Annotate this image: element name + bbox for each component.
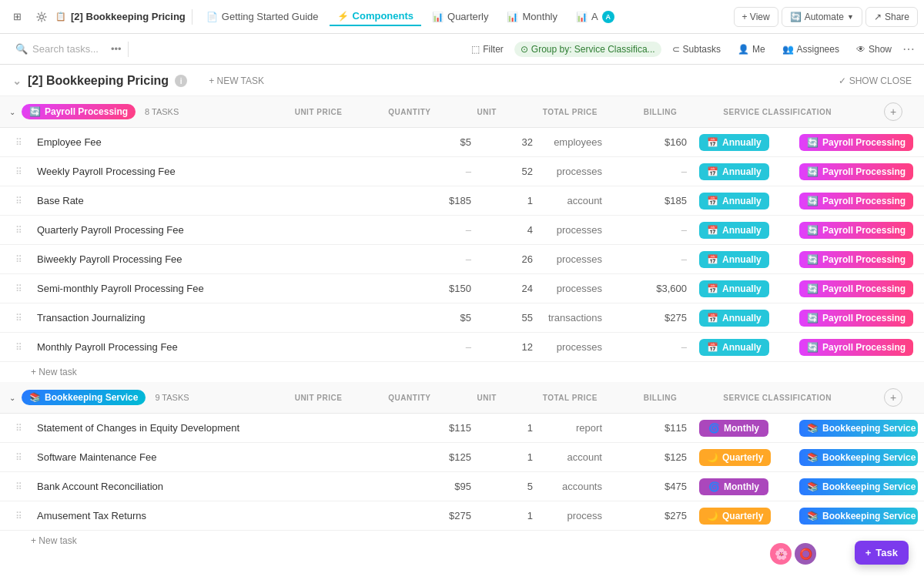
billing-icon: 📅: [707, 342, 718, 353]
svc-badge[interactable]: 🔄 Payroll Processing: [799, 251, 913, 268]
billing-badge[interactable]: 🌀 Monthly: [699, 478, 768, 495]
table-row[interactable]: ⠿ Monthly Payroll Processing Fee – 12 pr…: [0, 333, 924, 362]
table-row[interactable]: ⠿ Semi-monthly Payroll Processing Fee $1…: [0, 274, 924, 303]
table-container: ⌄ 🔄 Payroll Processing 8 TASKS UNIT PRIC…: [0, 96, 924, 575]
payroll-collapse-icon[interactable]: ⌄: [9, 108, 15, 116]
row-unit: accounts: [539, 478, 608, 495]
table-row[interactable]: ⠿ Quarterly Payroll Processing Fee – 4 p…: [0, 216, 924, 245]
share-button[interactable]: ↗ Share: [865, 7, 918, 27]
row-unit-price: $5: [400, 309, 477, 327]
show-button[interactable]: 👁 Show: [850, 41, 898, 58]
billing-badge[interactable]: 📅 Annually: [699, 251, 769, 268]
svc-badge[interactable]: 🔄 Payroll Processing: [799, 134, 913, 151]
svc-badge[interactable]: 🔄 Payroll Processing: [799, 193, 913, 210]
row-unit: transactions: [539, 309, 608, 327]
billing-badge[interactable]: 🌀 Monthly: [699, 420, 768, 437]
subtasks-icon: ⊂: [672, 44, 680, 55]
svc-badge[interactable]: 📚 Bookkeeping Service: [799, 420, 918, 437]
view-button[interactable]: + View: [734, 7, 778, 27]
billing-cell: 📅 Annually: [693, 219, 793, 242]
filter-button[interactable]: ⬚ Filter: [465, 41, 510, 58]
row-unit-price: –: [400, 250, 477, 268]
table-row[interactable]: ⠿ Transaction Journalizing $5 55 transac…: [0, 303, 924, 333]
layout-icon[interactable]: ⊞: [6, 6, 28, 28]
svc-badge[interactable]: 🔄 Payroll Processing: [799, 280, 913, 297]
billing-cell: 📅 Annually: [693, 307, 793, 330]
svc-badge[interactable]: 🔄 Payroll Processing: [799, 310, 913, 327]
billing-badge[interactable]: 📅 Annually: [699, 310, 769, 327]
svc-icon: 📚: [807, 481, 819, 492]
svc-badge[interactable]: 🔄 Payroll Processing: [799, 222, 913, 239]
payroll-rows: ⠿ Employee Fee $5 32 employees $160 📅 An…: [0, 128, 924, 362]
table-row[interactable]: ⠿ Biweekly Payroll Processing Fee – 26 p…: [0, 245, 924, 274]
toolbar-more-icon[interactable]: ⋯: [902, 42, 915, 56]
billing-badge[interactable]: 📅 Annually: [699, 339, 769, 356]
add-col-payroll-button[interactable]: +: [884, 102, 902, 121]
payroll-chip-icon: 🔄: [29, 106, 41, 117]
row-name: Transaction Journalizing: [31, 306, 400, 330]
new-task-button[interactable]: + NEW TASK: [203, 72, 270, 89]
svc-icon: 🔄: [807, 225, 819, 236]
table-row[interactable]: ⠿ Statement of Changes in Equity Develop…: [0, 414, 924, 443]
search-box[interactable]: 🔍 Search tasks...: [9, 40, 105, 58]
a-icon: 📊: [576, 12, 588, 22]
billing-badge[interactable]: 📅 Annually: [699, 163, 769, 180]
row-total-price: $160: [608, 133, 693, 151]
svc-badge[interactable]: 🔄 Payroll Processing: [799, 339, 913, 356]
billing-badge[interactable]: 📅 Annually: [699, 134, 769, 151]
billing-icon: 📅: [707, 283, 718, 294]
subtasks-button[interactable]: ⊂ Subtasks: [666, 41, 727, 58]
bookkeeping-task-count: 9 TASKS: [155, 393, 189, 402]
tab-components[interactable]: ⚡ Components: [330, 7, 421, 26]
payroll-chip: 🔄 Payroll Processing: [22, 104, 136, 119]
settings-icon[interactable]: [31, 6, 52, 28]
me-button[interactable]: 👤 Me: [732, 41, 772, 58]
table-row[interactable]: ⠿ Amusement Tax Returns $275 1 process $…: [0, 501, 924, 531]
more-options-icon[interactable]: •••: [111, 43, 122, 55]
svc-icon: 🔄: [807, 137, 819, 148]
table-row[interactable]: ⠿ Base Rate $185 1 account $185 📅 Annual…: [0, 186, 924, 216]
svc-icon: 📚: [807, 511, 819, 521]
info-icon[interactable]: i: [175, 75, 187, 87]
row-unit: processes: [539, 280, 608, 297]
table-row[interactable]: ⠿ Bank Account Reconciliation $95 5 acco…: [0, 472, 924, 501]
row-total-price: –: [608, 163, 693, 180]
drag-handle: ⠿: [0, 342, 31, 353]
col-unit-price-bk: UNIT PRICE: [295, 394, 343, 402]
tab-monthly[interactable]: 📊 Monthly: [499, 8, 565, 25]
filter-icon: ⬚: [471, 44, 480, 55]
svc-badge[interactable]: 🔄 Payroll Processing: [799, 163, 913, 180]
col-unit-payroll: UNIT: [477, 108, 496, 116]
tab-getting-started[interactable]: 📄 Getting Started Guide: [199, 8, 326, 25]
floating-task-button[interactable]: + Task: [855, 541, 909, 565]
group-by-chip[interactable]: ⊙ Group by: Service Classifica...: [514, 42, 661, 57]
payroll-new-task-button[interactable]: + New task: [0, 362, 924, 382]
row-name: Base Rate: [31, 189, 400, 213]
svc-badge[interactable]: 📚 Bookkeeping Service: [799, 449, 918, 466]
billing-badge[interactable]: 🌙 Quarterly: [699, 508, 771, 525]
table-row[interactable]: ⠿ Software Maintenance Fee $125 1 accoun…: [0, 443, 924, 472]
show-close-button[interactable]: ✓ SHOW CLOSE: [839, 75, 912, 86]
automate-button[interactable]: 🔄 Automate ▼: [782, 7, 862, 27]
svc-icon: 🔄: [807, 342, 819, 353]
assignees-button[interactable]: 👥 Assignees: [776, 41, 845, 58]
row-quantity: 1: [477, 507, 539, 525]
tab-a[interactable]: 📊 A A: [568, 8, 622, 26]
svc-cell: 🔄 Payroll Processing: [793, 248, 924, 271]
billing-badge[interactable]: 🌙 Quarterly: [699, 449, 771, 466]
bookkeeping-chip: 📚 Bookkeeping Service: [22, 390, 146, 405]
svc-badge[interactable]: 📚 Bookkeeping Service: [799, 478, 918, 495]
billing-cell: 🌀 Monthly: [693, 417, 793, 440]
table-row[interactable]: ⠿ Employee Fee $5 32 employees $160 📅 An…: [0, 128, 924, 157]
svc-badge[interactable]: 📚 Bookkeeping Service: [799, 508, 918, 525]
add-col-bk-button[interactable]: +: [884, 388, 902, 407]
collapse-all-icon[interactable]: ⌄: [12, 75, 22, 87]
billing-badge[interactable]: 📅 Annually: [699, 193, 769, 210]
bookkeeping-collapse-icon[interactable]: ⌄: [9, 394, 15, 402]
col-total-price-bk: TOTAL PRICE: [543, 394, 598, 402]
col-total-price-payroll: TOTAL PRICE: [543, 108, 598, 116]
billing-badge[interactable]: 📅 Annually: [699, 222, 769, 239]
billing-badge[interactable]: 📅 Annually: [699, 280, 769, 297]
table-row[interactable]: ⠿ Weekly Payroll Processing Fee – 52 pro…: [0, 157, 924, 186]
tab-quarterly[interactable]: 📊 Quarterly: [424, 8, 496, 25]
